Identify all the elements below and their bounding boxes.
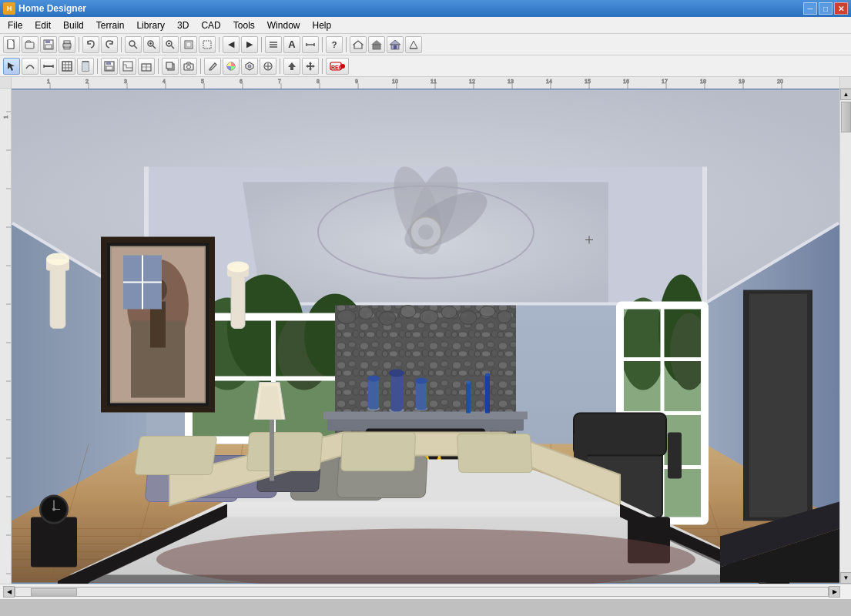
view-house2-button[interactable] <box>368 36 385 53</box>
redo-button[interactable] <box>101 36 118 53</box>
svg-text:20: 20 <box>777 79 783 84</box>
view-house1-button[interactable] <box>350 36 367 53</box>
svg-text:5: 5 <box>201 79 204 84</box>
top-ruler-spacer <box>839 77 851 89</box>
svg-marker-66 <box>288 62 296 70</box>
svg-point-179 <box>400 306 416 318</box>
svg-rect-186 <box>323 412 528 420</box>
door-button[interactable] <box>77 58 94 75</box>
view-house4-button[interactable] <box>405 36 422 53</box>
menu-file[interactable]: File <box>2 18 28 32</box>
fit-view-button[interactable] <box>180 36 197 53</box>
sep-t2-5 <box>322 59 323 74</box>
paint-button[interactable] <box>204 58 221 75</box>
svg-point-184 <box>498 311 511 323</box>
svg-text:6: 6 <box>240 79 243 84</box>
polyline-tool-button[interactable] <box>22 58 39 75</box>
menu-window[interactable]: Window <box>261 18 307 32</box>
svg-rect-215 <box>749 294 807 517</box>
svg-text:1: 1 <box>47 79 50 84</box>
svg-rect-196 <box>466 383 471 413</box>
scroll-left-button[interactable]: ◀ <box>3 586 15 598</box>
record-button[interactable]: REC <box>326 58 349 75</box>
svg-text:3: 3 <box>124 79 127 84</box>
zoom-in-button[interactable] <box>143 36 160 53</box>
hscroll-thumb[interactable] <box>31 588 77 597</box>
menu-help[interactable]: Help <box>306 18 337 32</box>
menu-terrain[interactable]: Terrain <box>90 18 131 32</box>
symbol-button[interactable] <box>260 58 276 75</box>
camera-button[interactable] <box>180 58 197 75</box>
arrow-up-button[interactable] <box>283 58 300 75</box>
stairs-button[interactable] <box>119 58 136 75</box>
zoom-area-button[interactable] <box>199 36 216 53</box>
help-button[interactable]: ? <box>326 36 343 53</box>
move-tool-button[interactable] <box>302 58 319 75</box>
svg-marker-67 <box>306 62 315 71</box>
save2-button[interactable] <box>101 58 118 75</box>
svg-point-182 <box>460 311 477 325</box>
nav-back-button[interactable]: ◀ <box>223 36 240 53</box>
svg-rect-236 <box>668 433 682 479</box>
menu-bar: File Edit Build Terrain Library 3D CAD T… <box>0 17 851 34</box>
app-title: Home Designer <box>18 3 803 14</box>
measure-button[interactable] <box>302 36 319 53</box>
svg-rect-112 <box>0 89 12 581</box>
svg-rect-239 <box>31 517 77 567</box>
hscroll-track <box>15 587 829 597</box>
svg-rect-4 <box>45 45 52 49</box>
cabinet-button[interactable] <box>138 58 155 75</box>
svg-text:1: 1 <box>3 116 8 119</box>
svg-line-9 <box>135 45 138 49</box>
new-button[interactable] <box>3 36 20 53</box>
svg-point-199 <box>485 373 490 377</box>
toolbar2: REC <box>0 55 851 77</box>
sep2 <box>121 37 122 52</box>
wall-dimension-button[interactable] <box>40 58 57 75</box>
minimize-button[interactable]: ─ <box>803 2 817 15</box>
scroll-thumb[interactable] <box>841 102 851 132</box>
svg-text:17: 17 <box>662 79 668 84</box>
svg-rect-43 <box>82 62 89 71</box>
zoom-out-button[interactable] <box>162 36 179 53</box>
nav-forward-button[interactable]: ▶ <box>241 36 258 53</box>
svg-rect-18 <box>186 42 191 47</box>
menu-library[interactable]: Library <box>130 18 171 32</box>
copy-button[interactable] <box>162 58 179 75</box>
undo-button[interactable] <box>82 36 99 53</box>
menu-cad[interactable]: CAD <box>195 18 226 32</box>
svg-line-15 <box>172 45 175 49</box>
svg-text:8: 8 <box>317 79 320 84</box>
save-button[interactable] <box>40 36 57 53</box>
print-button[interactable] <box>59 36 75 53</box>
open-button[interactable] <box>22 36 39 53</box>
scroll-down-button[interactable]: ▼ <box>840 572 851 584</box>
layers-button[interactable] <box>265 36 282 53</box>
status-left: ◀ ▶ <box>3 586 840 598</box>
sep4 <box>261 37 262 52</box>
svg-line-11 <box>153 45 156 49</box>
svg-rect-256 <box>341 433 416 471</box>
status-bar: ◀ ▶ <box>0 584 851 599</box>
svg-marker-33 <box>8 62 15 71</box>
view-house3-button[interactable] <box>387 36 404 53</box>
scroll-track <box>840 100 851 572</box>
scroll-right-button[interactable]: ▶ <box>829 586 840 598</box>
svg-text:12: 12 <box>469 79 475 84</box>
find-button[interactable] <box>125 36 142 53</box>
svg-text:16: 16 <box>623 79 629 84</box>
menu-build[interactable]: Build <box>57 18 90 32</box>
close-button[interactable]: ✕ <box>834 2 848 15</box>
svg-point-58 <box>187 65 191 69</box>
menu-tools[interactable]: Tools <box>227 18 261 32</box>
menu-3d[interactable]: 3D <box>171 18 195 32</box>
scroll-up-button[interactable]: ▲ <box>840 89 851 100</box>
wall-tool-button[interactable] <box>59 58 75 75</box>
color-wheel-button[interactable] <box>223 58 240 75</box>
text-tool-button[interactable]: A <box>283 36 300 53</box>
material-button[interactable] <box>241 58 258 75</box>
select-tool-button[interactable] <box>3 58 20 75</box>
menu-edit[interactable]: Edit <box>28 18 57 32</box>
svg-text:4: 4 <box>162 79 166 84</box>
maximize-button[interactable]: □ <box>819 2 833 15</box>
